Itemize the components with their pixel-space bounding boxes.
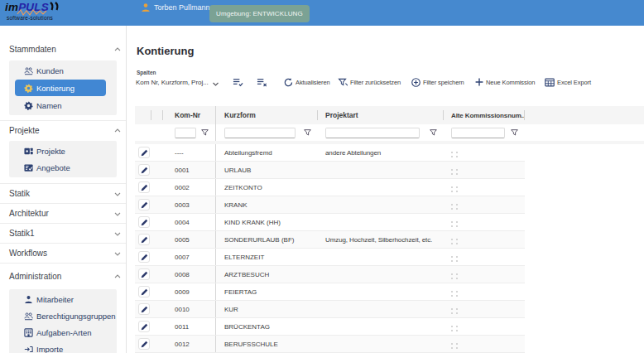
- cell-select: [151, 266, 163, 283]
- cell-alte-kommissionsnummer: [444, 196, 525, 213]
- sidebar-section-header-administration[interactable]: Administration: [0, 266, 126, 286]
- edit-row-button[interactable]: [138, 286, 150, 297]
- cell-edit: [135, 144, 151, 161]
- table-row[interactable]: 0010KUR: [135, 301, 525, 318]
- column-header-label: Kurzform: [224, 111, 256, 119]
- table-row[interactable]: 0005SONDERURLAUB (BF)Umzug, Hochzeit, Si…: [135, 231, 525, 249]
- sidebar-section-header-statik[interactable]: Statik: [0, 184, 126, 203]
- columns-select[interactable]: Kom Nr, Kurzform, Proj...: [136, 75, 219, 89]
- filter-input-projektart[interactable]: [325, 128, 420, 138]
- edit-row-button[interactable]: [138, 164, 150, 176]
- table-row[interactable]: 0009FEIERTAG: [135, 283, 525, 301]
- sidebar-section-header-projekte[interactable]: Projekte: [0, 121, 126, 139]
- sidebar-section-label: Administration: [9, 272, 61, 281]
- cell-edit: [135, 196, 151, 213]
- sidebar-item-angebote[interactable]: Angebote: [9, 159, 117, 176]
- edit-row-button[interactable]: [138, 234, 150, 245]
- column-header-alte[interactable]: Alte Kommissionsnum...: [444, 106, 525, 124]
- edit-row-button[interactable]: [138, 216, 150, 228]
- sidebar-item-berechtigungsgruppen[interactable]: Berechtigungsgruppen: [9, 307, 117, 324]
- table-row[interactable]: 0001URLAUB: [135, 162, 525, 179]
- filter-input-komnr[interactable]: [175, 128, 196, 138]
- edit-row-button[interactable]: [138, 251, 150, 263]
- funnel-icon[interactable]: [430, 129, 437, 136]
- column-header-projektart[interactable]: Projektart: [318, 106, 444, 124]
- filter-input-alte[interactable]: [451, 128, 505, 138]
- dots-grid-icon: [451, 304, 458, 314]
- cell-select: [151, 336, 163, 352]
- edit-row-button[interactable]: [138, 321, 150, 332]
- column-header-komnr[interactable]: Kom-Nr: [163, 106, 216, 124]
- edit-row-button[interactable]: [138, 181, 150, 193]
- funnel-icon[interactable]: [201, 129, 209, 136]
- filter-reset-button[interactable]: Filter zurücksetzen: [338, 75, 401, 89]
- cell-projektart: [318, 266, 444, 283]
- sidebar-section-header-stammdaten[interactable]: Stammdaten: [0, 39, 126, 59]
- column-header-kurzform[interactable]: Kurzform: [216, 106, 318, 124]
- sidebar-item-projekte[interactable]: Projekte: [9, 143, 117, 159]
- sidebar-item-mitarbeiter[interactable]: Mitarbeiter: [9, 291, 117, 307]
- edit-row-button[interactable]: [138, 199, 150, 210]
- edit-row-button[interactable]: [138, 303, 150, 315]
- select-columns-button[interactable]: [233, 75, 243, 89]
- sidebar-item-namen[interactable]: Namen: [9, 97, 117, 114]
- table-row[interactable]: 0011BRÜCKENTAG: [135, 318, 525, 336]
- cell-projektart: [318, 249, 444, 265]
- cell-komnr: 0012: [163, 336, 216, 352]
- cell-projektart: [318, 179, 444, 196]
- funnel-icon[interactable]: [511, 129, 518, 136]
- cell-select: [151, 162, 163, 178]
- sidebar-item-importe[interactable]: Importe: [9, 341, 117, 353]
- cell-kurzform: ELTERNZEIT: [216, 249, 318, 265]
- doc-check-icon: [24, 163, 33, 172]
- sidebar-section-stammdaten: StammdatenKundenKontierungNamen: [0, 39, 126, 121]
- plus-icon: [475, 78, 483, 86]
- table-row[interactable]: 0007ELTERNZEIT: [135, 249, 525, 266]
- chevron-up-icon: [114, 47, 121, 51]
- toolbar-button-label: Excel Export: [557, 79, 591, 86]
- cell-kurzform: FEIERTAG: [216, 283, 318, 300]
- sidebar-item-label: Kunden: [36, 66, 64, 75]
- deselect-columns-button[interactable]: [257, 75, 267, 89]
- refresh-button[interactable]: Aktualisieren: [284, 75, 330, 89]
- cell-projektart: [318, 301, 444, 317]
- sidebar-section-panel: MitarbeiterBerechtigungsgruppenAufgaben-…: [9, 289, 117, 353]
- new-kommission-button[interactable]: Neue Kommission: [475, 75, 535, 89]
- toolbar-button-label: Filter speichern: [423, 79, 464, 86]
- sidebar-item-kunden[interactable]: Kunden: [9, 62, 117, 79]
- funnel-icon[interactable]: [304, 129, 311, 136]
- sidebar-section-header-architektur[interactable]: Architektur: [0, 204, 126, 223]
- cell-komnr: 0010: [163, 301, 216, 317]
- cell-kurzform: BRÜCKENTAG: [216, 318, 318, 335]
- cell-projektart: [318, 336, 444, 352]
- table-row[interactable]: 0008ARZTBESUCH: [135, 266, 525, 283]
- column-header-label: Alte Kommissionsnum...: [451, 112, 525, 119]
- filter-input-kurzform[interactable]: [224, 128, 296, 138]
- sidebar-section-header-statik1[interactable]: Statik1: [0, 224, 126, 243]
- edit-row-button[interactable]: [138, 268, 150, 280]
- main-content: Kontierung Spalten Kom Nr, Kurzform, Pro…: [135, 26, 644, 353]
- cell-edit: [135, 283, 151, 300]
- edit-row-button[interactable]: [138, 338, 150, 350]
- sidebar-item-label: Projekte: [36, 147, 65, 156]
- user-menu[interactable]: Torben Pullmann: [141, 2, 210, 12]
- sidebar-item-aufgaben-arten[interactable]: Aufgaben-Arten: [9, 324, 117, 341]
- excel-export-button[interactable]: Excel Export: [545, 75, 591, 89]
- column-header-edit: [135, 106, 151, 124]
- app: imPULS software-solutions Torben Pullman…: [0, 0, 644, 353]
- chevron-down-icon: [114, 232, 121, 236]
- list-check-icon: [233, 77, 243, 87]
- sidebar-section-label: Projekte: [9, 126, 40, 135]
- column-header-label: Projektart: [325, 111, 358, 119]
- table-row[interactable]: 0004KIND KRANK (HH): [135, 214, 525, 231]
- table-row[interactable]: ----Abteilungsfremdandere Abteilungen: [135, 144, 525, 162]
- sidebar-section-header-workflows[interactable]: Workflows: [0, 244, 126, 263]
- sidebar-section-panel: ProjekteAngebote: [9, 141, 117, 177]
- table-row[interactable]: 0003KRANK: [135, 196, 525, 214]
- filter-save-button[interactable]: Filter speichern: [411, 75, 464, 89]
- filter-off-icon: [338, 78, 348, 87]
- sidebar-item-kontierung[interactable]: Kontierung: [15, 80, 106, 96]
- edit-row-button[interactable]: [138, 147, 150, 158]
- table-row[interactable]: 0012BERUFSSCHULE: [135, 336, 525, 353]
- table-row[interactable]: 0002ZEITKONTO: [135, 179, 525, 196]
